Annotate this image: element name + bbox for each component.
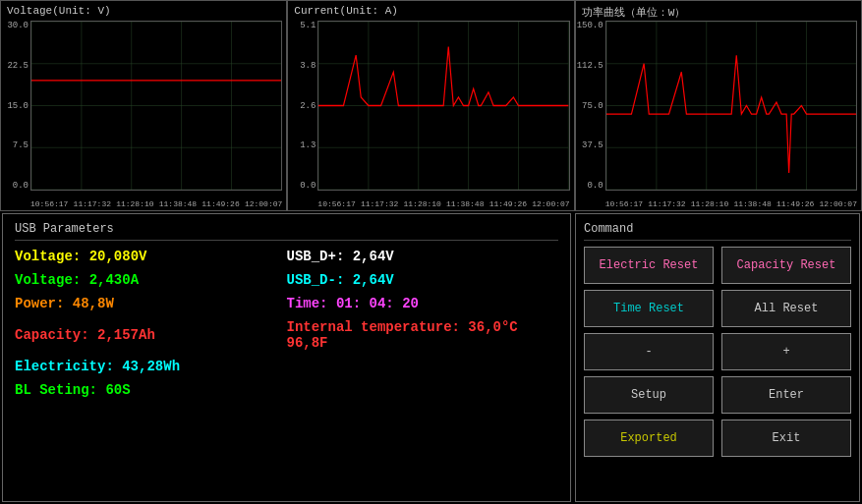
- chart-x-label: 11:38:48: [446, 199, 484, 208]
- chart-x-label: 11:38:48: [159, 199, 197, 208]
- chart-title-power: 功率曲线（单位：W）: [578, 3, 690, 22]
- chart-area-voltage: [30, 21, 282, 191]
- cmd-btn-capacity-reset[interactable]: Capacity Reset: [721, 247, 851, 284]
- chart-voltage: Voltage(Unit: V)30.022.515.07.50.010:56:…: [0, 0, 287, 211]
- chart-x-label: 10:56:17: [605, 199, 643, 208]
- chart-y-label: 3.8: [300, 61, 316, 71]
- chart-y-label: 112.5: [577, 61, 603, 71]
- chart-area-power: [605, 21, 857, 191]
- chart-x-label: 11:49:26: [776, 199, 814, 208]
- usb-params-title: USB Parameters: [15, 222, 558, 241]
- chart-x-label: 11:28:10: [403, 199, 440, 208]
- cmd-btn-setup[interactable]: Setup: [584, 376, 714, 414]
- param-row-3: Capacity: 2,157AhInternal temperature: 3…: [15, 319, 558, 351]
- param-row-0: Voltage: 20,080VUSB_D+: 2,64V: [15, 249, 558, 264]
- chart-x-label: 11:28:10: [691, 199, 728, 208]
- chart-x-label: 10:56:17: [317, 199, 355, 208]
- param-left-3: Capacity: 2,157Ah: [15, 327, 287, 343]
- param-row-1: Voltage: 2,430AUSB_D-: 2,64V: [15, 272, 558, 288]
- cmd-row-1: Time ResetAll Reset: [584, 290, 851, 327]
- param-row-5: BL Seting: 60S: [15, 382, 558, 398]
- cmd-btn--[interactable]: -: [584, 333, 714, 370]
- chart-x-label: 11:17:32: [361, 199, 398, 208]
- param-left-0: Voltage: 20,080V: [15, 249, 287, 264]
- chart-title-voltage: Voltage(Unit: V): [3, 3, 115, 19]
- cmd-btn-exit[interactable]: Exit: [721, 420, 851, 457]
- chart-y-label: 0.0: [13, 181, 29, 191]
- param-left-4: Electricity: 43,28Wh: [15, 359, 287, 374]
- cmd-btn-+[interactable]: +: [721, 333, 851, 370]
- cmd-btn-time-reset[interactable]: Time Reset: [584, 290, 714, 327]
- chart-x-label: 12:00:07: [820, 199, 857, 208]
- chart-y-label: 75.0: [582, 101, 603, 111]
- chart-y-label: 1.3: [300, 140, 316, 150]
- param-right-3: Internal temperature: 36,0°C 96,8F: [287, 319, 559, 351]
- param-left-5: BL Seting: 60S: [15, 382, 287, 398]
- param-right-1: USB_D-: 2,64V: [287, 272, 559, 288]
- cmd-btn-enter[interactable]: Enter: [721, 376, 851, 414]
- chart-y-label: 150.0: [577, 21, 603, 30]
- chart-y-label: 0.0: [300, 181, 316, 191]
- command-title: Command: [584, 222, 851, 241]
- param-right-0: USB_D+: 2,64V: [287, 249, 559, 264]
- chart-x-label: 11:17:32: [74, 199, 111, 208]
- chart-power: 功率曲线（单位：W）150.0112.575.037.50.010:56:171…: [575, 0, 862, 211]
- param-right-2: Time: 01: 04: 20: [287, 296, 559, 311]
- cmd-btn-all-reset[interactable]: All Reset: [721, 290, 851, 327]
- param-left-1: Voltage: 2,430A: [15, 272, 287, 288]
- chart-x-label: 12:00:07: [245, 199, 282, 208]
- chart-x-label: 11:17:32: [648, 199, 685, 208]
- chart-x-label: 11:28:10: [116, 199, 153, 208]
- cmd-btn-exported[interactable]: Exported: [584, 420, 714, 457]
- chart-y-label: 30.0: [7, 21, 29, 30]
- cmd-row-4: ExportedExit: [584, 420, 851, 457]
- chart-area-current: [317, 21, 569, 191]
- chart-x-label: 11:49:26: [201, 199, 239, 208]
- chart-x-label: 12:00:07: [532, 199, 569, 208]
- chart-x-label: 11:49:26: [489, 199, 527, 208]
- command-panel: Command Electric ResetCapacity ResetTime…: [575, 213, 860, 502]
- chart-y-label: 0.0: [587, 181, 603, 191]
- chart-y-label: 2.6: [300, 101, 316, 111]
- chart-x-label: 11:38:48: [733, 199, 771, 208]
- chart-y-label: 15.0: [7, 101, 29, 111]
- top-section: Voltage(Unit: V)30.022.515.07.50.010:56:…: [0, 0, 862, 211]
- chart-y-label: 5.1: [300, 21, 316, 30]
- usb-params-panel: USB Parameters Voltage: 20,080VUSB_D+: 2…: [2, 213, 571, 502]
- cmd-row-2: -+: [584, 333, 851, 370]
- chart-title-current: Current(Unit: A): [290, 3, 402, 19]
- param-row-4: Electricity: 43,28Wh: [15, 359, 558, 374]
- chart-y-label: 37.5: [582, 140, 603, 150]
- cmd-row-3: SetupEnter: [584, 376, 851, 414]
- cmd-btn-electric-reset[interactable]: Electric Reset: [584, 247, 714, 284]
- cmd-row-0: Electric ResetCapacity Reset: [584, 247, 851, 284]
- param-row-2: Power: 48,8WTime: 01: 04: 20: [15, 296, 558, 311]
- bottom-section: USB Parameters Voltage: 20,080VUSB_D+: 2…: [0, 211, 862, 504]
- chart-x-label: 10:56:17: [30, 199, 68, 208]
- chart-current: Current(Unit: A)5.13.82.61.30.010:56:171…: [287, 0, 574, 211]
- chart-y-label: 22.5: [7, 61, 29, 71]
- chart-y-label: 7.5: [13, 140, 29, 150]
- param-left-2: Power: 48,8W: [15, 296, 287, 311]
